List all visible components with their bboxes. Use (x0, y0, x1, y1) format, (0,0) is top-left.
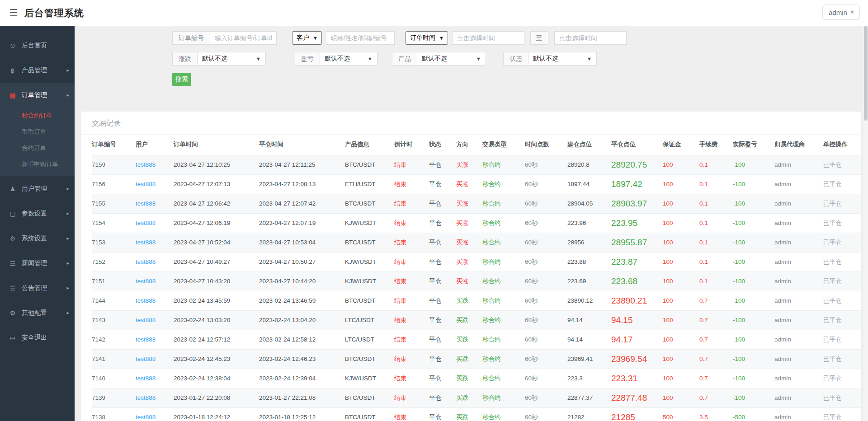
table-row: 7139test8882023-01-27 22:20:082023-01-27… (92, 388, 861, 407)
cell-profit: -100 (733, 233, 774, 252)
cell-trade-type: 秒合约 (482, 174, 525, 194)
cell-user[interactable]: test888 (136, 174, 174, 194)
time-from-input[interactable] (452, 31, 524, 45)
cell-fee: 0.7 (699, 310, 733, 330)
cell-fee: 0.1 (699, 213, 733, 233)
cell-open-time: 2023-04-27 10:52:04 (174, 233, 259, 252)
cell-control: 已平仓 (823, 407, 861, 421)
cell-open-time: 2023-02-24 12:57:12 (174, 330, 259, 349)
cell-agent: admin (774, 271, 823, 291)
order-no-input[interactable] (210, 31, 277, 45)
cell-close-price: 223.68 (611, 271, 663, 291)
cell-control: 已平仓 (823, 349, 861, 369)
cell-trade-type: 秒合约 (482, 388, 525, 407)
cell-open-price: 223.88 (567, 252, 611, 271)
cell-id: 7151 (92, 271, 136, 291)
cell-status: 平仓 (429, 271, 456, 291)
cell-user[interactable]: test888 (136, 233, 174, 252)
cell-close-time: 2023-02-24 13:04:20 (259, 310, 345, 330)
chevron-right-icon: ▸ (66, 310, 69, 316)
cell-countdown: 结束 (394, 194, 429, 213)
chevron-right-icon: ▸ (66, 186, 69, 192)
chevron-right-icon: ▸ (66, 210, 69, 216)
gear-icon: ⚙ (9, 309, 16, 317)
cell-open-time: 2023-04-27 12:10:25 (174, 155, 259, 174)
column-header: 手续费 (699, 135, 733, 155)
customer-filter: 客户 ▼ (292, 31, 395, 45)
table-row: 7151test8882023-04-27 10:43:202023-04-27… (92, 271, 861, 291)
sidebar-item-8[interactable]: ☰公告管理▸ (0, 276, 75, 300)
sidebar-item-label: 安全退出 (22, 334, 47, 342)
sidebar-item-10[interactable]: ↦安全退出 (0, 325, 75, 350)
cell-product: BTC/USDT (345, 349, 394, 369)
cell-agent: admin (774, 174, 823, 194)
sidebar-item-6[interactable]: ⚙系统设置▸ (0, 226, 75, 251)
sidebar-item-5[interactable]: ▢参数设置▸ (0, 201, 75, 226)
menu-toggle-icon[interactable]: ☰ (9, 7, 18, 19)
cell-user[interactable]: test888 (136, 407, 174, 421)
cell-close-time: 2023-01-27 22:21:08 (259, 388, 345, 407)
updown-select[interactable]: 默认不选 ▼ (197, 52, 266, 65)
cell-user[interactable]: test888 (136, 213, 174, 233)
search-button[interactable]: 搜索 (172, 73, 191, 86)
sidebar-item-9[interactable]: ⚙其他配置▸ (0, 300, 75, 325)
sidebar-item-2[interactable]: ฿产品管理▸ (0, 58, 75, 83)
cell-user[interactable]: test888 (136, 252, 174, 271)
sidebar-subitem-2[interactable]: 币币订单 (0, 124, 75, 140)
cell-close-price: 28903.97 (611, 194, 663, 213)
cell-direction: 买跌 (456, 330, 482, 349)
cell-close-time: 2023-04-27 10:44:20 (259, 271, 345, 291)
cell-id: 7153 (92, 233, 136, 252)
sidebar-item-1[interactable]: ⊙后台首页 (0, 33, 75, 58)
cell-period: 60秒 (525, 349, 567, 369)
table-row: 7142test8882023-02-24 12:57:122023-02-24… (92, 330, 861, 349)
cell-user[interactable]: test888 (136, 310, 174, 330)
cell-user[interactable]: test888 (136, 271, 174, 291)
status-label: 状态 (503, 52, 528, 65)
cell-profit: -100 (733, 174, 774, 194)
cell-countdown: 结束 (394, 291, 429, 310)
sidebar-subitem-3[interactable]: 合约订单 (0, 140, 75, 156)
cell-user[interactable]: test888 (136, 291, 174, 310)
sidebar-item-label: 公告管理 (22, 284, 47, 292)
sidebar-menu: ⊙后台首页฿产品管理▸▤订单管理▸秒合约订单币币订单合约订单新币申购订单♟用户管… (0, 26, 75, 350)
cell-user[interactable]: test888 (136, 349, 174, 369)
cell-id: 7155 (92, 194, 136, 213)
scrollbar-thumb[interactable] (864, 26, 868, 121)
cell-countdown: 结束 (394, 310, 429, 330)
vertical-scrollbar[interactable] (863, 26, 868, 421)
time-type-select[interactable]: 订单时间 ▼ (406, 31, 448, 45)
sidebar-subitem-4[interactable]: 新币申购订单 (0, 156, 75, 173)
cell-countdown: 结束 (394, 271, 429, 291)
status-select[interactable]: 默认不选 ▼ (528, 52, 597, 65)
sidebar-item-label: 其他配置 (22, 309, 47, 317)
filter-row-2: 涨跌 默认不选 ▼ 盈亏 默认不选 ▼ 产品 默认不选 ▼ (172, 52, 868, 65)
sidebar-item-4[interactable]: ♟用户管理▸ (0, 176, 75, 201)
customer-input[interactable] (326, 31, 395, 45)
cell-profit: -100 (733, 291, 774, 310)
cell-profit: -100 (733, 252, 774, 271)
cell-product: BTC/USDT (345, 155, 394, 174)
sidebar-subitem-1[interactable]: 秒合约订单 (0, 108, 75, 124)
cell-user[interactable]: test888 (136, 369, 174, 388)
sidebar-item-3[interactable]: ▤订单管理▸ (0, 83, 75, 108)
cell-user[interactable]: test888 (136, 388, 174, 407)
cell-user[interactable]: test888 (136, 194, 174, 213)
product-select[interactable]: 默认不选 ▼ (417, 52, 486, 65)
customer-type-select[interactable]: 客户 ▼ (292, 31, 322, 45)
profit-select[interactable]: 默认不选 ▼ (320, 52, 377, 65)
cell-status: 平仓 (429, 291, 456, 310)
cell-countdown: 结束 (394, 369, 429, 388)
cell-id: 7141 (92, 349, 136, 369)
user-menu[interactable]: admin ▾ (822, 5, 860, 20)
cell-direction: 买涨 (456, 271, 482, 291)
cell-period: 60秒 (525, 369, 567, 388)
card-title: 交易记录 (81, 112, 861, 135)
sidebar-item-7[interactable]: ☰新闻管理▸ (0, 251, 75, 276)
cell-countdown: 结束 (394, 330, 429, 349)
cell-user[interactable]: test888 (136, 330, 174, 349)
cell-period: 60秒 (525, 213, 567, 233)
cell-user[interactable]: test888 (136, 155, 174, 174)
cell-agent: admin (774, 213, 823, 233)
time-to-input[interactable] (554, 31, 627, 45)
